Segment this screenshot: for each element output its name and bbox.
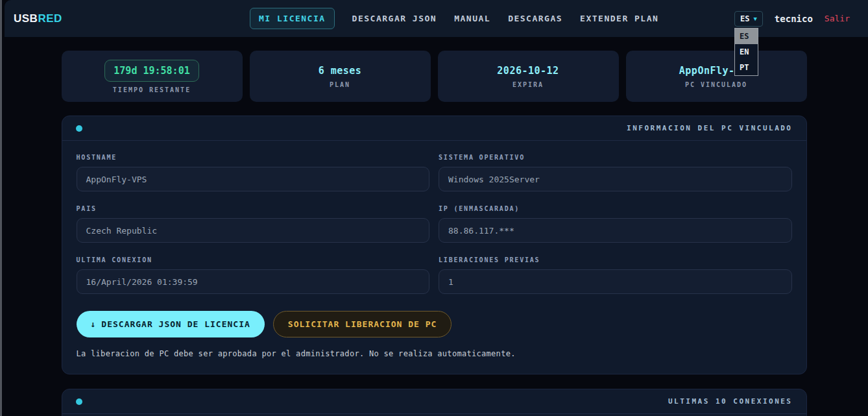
field-last-connection-value[interactable]: 16/April/2026 01:39:59: [77, 269, 430, 294]
window-edge-strip: [0, 0, 2, 416]
field-hostname-value[interactable]: AppOnFly-VPS: [77, 167, 430, 191]
tab-descargas[interactable]: DESCARGAS: [508, 14, 562, 23]
language-option-es[interactable]: ES: [735, 29, 758, 44]
language-option-en[interactable]: EN: [735, 44, 758, 60]
stat-card-plan: 6 meses PLAN: [250, 51, 431, 102]
status-dot-icon: [76, 125, 82, 132]
top-navbar: USBRED MI LICENCIA DESCARGAR JSON MANUAL…: [5, 0, 868, 37]
pc-info-panel-title: INFORMACION DEL PC VINCULADO: [627, 124, 792, 132]
field-country-label: PAIS: [77, 205, 430, 212]
user-bar: ES ▼ ES EN PT tecnico Salir: [734, 11, 850, 27]
stat-card-tiempo-restante: 179d 19:58:01 TIEMPO RESTANTE: [62, 51, 243, 102]
linked-pc-label: PC VINCULADO: [685, 81, 747, 88]
field-hostname: HOSTNAME AppOnFly-VPS: [77, 154, 430, 191]
stat-card-pc-vinculado: AppOnFly-VPS PC VINCULADO: [626, 51, 807, 102]
plan-label: PLAN: [330, 81, 350, 88]
language-option-pt[interactable]: PT: [735, 60, 758, 75]
field-ip-masked-label: IP (ENMASCARADA): [439, 205, 792, 212]
expiry-value: 2026-10-12: [497, 65, 559, 77]
field-previous-releases-value[interactable]: 1: [439, 269, 792, 294]
language-dropdown-menu: ES EN PT: [734, 28, 758, 76]
time-remaining-label: TIEMPO RESTANTE: [113, 86, 191, 93]
status-dot-icon: [76, 398, 82, 405]
tab-descargar-json[interactable]: DESCARGAR JSON: [352, 14, 437, 23]
connections-panel-title: ULTIMAS 10 CONEXIONES: [668, 397, 793, 406]
chevron-down-icon: ▼: [753, 16, 756, 22]
time-remaining-value: 179d 19:58:01: [104, 60, 199, 82]
field-last-connection-label: ULTIMA CONEXION: [77, 256, 430, 263]
main-content: 179d 19:58:01 TIEMPO RESTANTE 6 meses PL…: [62, 37, 807, 416]
request-pc-release-button[interactable]: SOLICITAR LIBERACION DE PC: [273, 311, 452, 337]
brand-usb: USB: [14, 12, 38, 25]
field-ip-masked: IP (ENMASCARADA) 88.86.117.***: [439, 205, 792, 243]
tab-manual[interactable]: MANUAL: [454, 14, 490, 23]
release-note-text: La liberacion de PC debe ser aprobada po…: [77, 349, 792, 358]
field-previous-releases-label: LIBERACIONES PREVIAS: [439, 256, 792, 263]
tab-extender-plan[interactable]: EXTENDER PLAN: [580, 14, 658, 23]
field-previous-releases: LIBERACIONES PREVIAS 1: [439, 256, 792, 294]
main-nav: MI LICENCIA DESCARGAR JSON MANUAL DESCAR…: [250, 0, 658, 37]
stats-row: 179d 19:58:01 TIEMPO RESTANTE 6 meses PL…: [62, 51, 807, 102]
field-country: PAIS Czech Republic: [77, 205, 430, 243]
stat-card-expira: 2026-10-12 EXPIRA: [438, 51, 619, 102]
plan-value: 6 meses: [319, 65, 362, 77]
pc-info-form: HOSTNAME AppOnFly-VPS SISTEMA OPERATIVO …: [77, 154, 792, 294]
pc-info-panel-header: INFORMACION DEL PC VINCULADO: [62, 116, 806, 141]
expiry-label: EXPIRA: [512, 81, 544, 88]
brand-logo: USBRED: [14, 12, 62, 25]
field-ip-masked-value[interactable]: 88.86.117.***: [439, 218, 792, 243]
field-last-connection: ULTIMA CONEXION 16/April/2026 01:39:59: [77, 256, 430, 294]
username-label: tecnico: [775, 14, 813, 24]
connections-panel-header: ULTIMAS 10 CONEXIONES: [62, 389, 806, 414]
field-os: SISTEMA OPERATIVO Windows 2025Server: [439, 154, 792, 191]
download-arrow-icon: ↓: [91, 319, 97, 329]
language-selector-wrap: ES ▼ ES EN PT: [734, 11, 763, 27]
language-selected-value: ES: [740, 14, 749, 23]
field-os-value[interactable]: Windows 2025Server: [439, 167, 792, 191]
field-country-value[interactable]: Czech Republic: [77, 218, 430, 243]
download-json-button[interactable]: ↓ DESCARGAR JSON DE LICENCIA: [77, 311, 265, 337]
field-os-label: SISTEMA OPERATIVO: [439, 154, 792, 161]
field-hostname-label: HOSTNAME: [77, 154, 430, 161]
connections-panel: ULTIMAS 10 CONEXIONES MOMENTO IP RESULTA…: [62, 389, 807, 416]
logout-link[interactable]: Salir: [825, 14, 850, 23]
language-select[interactable]: ES ▼: [734, 11, 763, 27]
tab-mi-licencia[interactable]: MI LICENCIA: [250, 8, 335, 29]
action-buttons-row: ↓ DESCARGAR JSON DE LICENCIA SOLICITAR L…: [77, 311, 792, 337]
pc-info-panel-body: HOSTNAME AppOnFly-VPS SISTEMA OPERATIVO …: [62, 141, 806, 374]
download-json-button-label: DESCARGAR JSON DE LICENCIA: [101, 319, 250, 329]
brand-red: RED: [38, 12, 62, 25]
pc-info-panel: INFORMACION DEL PC VINCULADO HOSTNAME Ap…: [62, 116, 807, 374]
request-pc-release-button-label: SOLICITAR LIBERACION DE PC: [288, 319, 437, 329]
